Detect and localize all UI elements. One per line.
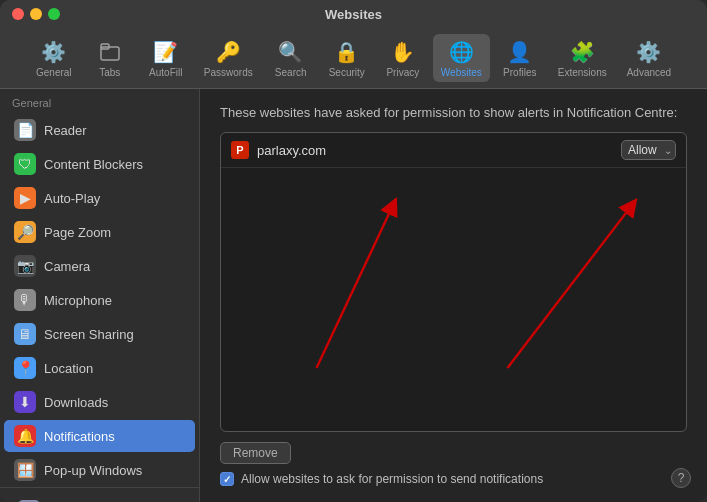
advanced-icon: ⚙️ [635,38,663,66]
sidebar-item-label-microphone: Microphone [44,293,112,308]
checkbox-row: Allow websites to ask for permission to … [220,472,687,486]
sidebar-item-microphone[interactable]: 🎙 Microphone [4,284,195,316]
toolbar-label-websites: Websites [441,67,482,78]
sidebar: General 📄 Reader 🛡 Content Blockers ▶ Au… [0,89,200,502]
autofill-icon: 📝 [152,38,180,66]
remove-button[interactable]: Remove [220,442,291,464]
window-controls [12,8,60,20]
sidebar-item-label-content-blockers: Content Blockers [44,157,143,172]
camera-icon: 📷 [14,255,36,277]
toolbar-item-autofill[interactable]: 📝 AutoFill [140,34,192,82]
sidebar-bottom: 📡 Share across devices [0,487,199,502]
sidebar-item-popup-windows[interactable]: 🪟 Pop-up Windows [4,454,195,486]
toolbar-item-passwords[interactable]: 🔑 Passwords [196,34,261,82]
toolbar-item-profiles[interactable]: 👤 Profiles [494,34,546,82]
sidebar-item-location[interactable]: 📍 Location [4,352,195,384]
svg-line-2 [507,206,631,368]
website-favicon: P [231,141,249,159]
content-description: These websites have asked for permission… [220,105,687,120]
reader-icon: 📄 [14,119,36,141]
passwords-icon: 🔑 [214,38,242,66]
toolbar: ⚙️ General Tabs 📝 AutoFill 🔑 Passwords 🔍… [0,28,707,89]
content-blockers-icon: 🛡 [14,153,36,175]
sidebar-item-label-notifications: Notifications [44,429,115,444]
sidebar-item-label-screen-sharing: Screen Sharing [44,327,134,342]
extensions-icon: 🧩 [568,38,596,66]
sidebar-item-notifications[interactable]: 🔔 Notifications [4,420,195,452]
website-name: parlaxy.com [257,143,613,158]
sidebar-item-label-downloads: Downloads [44,395,108,410]
toolbar-label-search: Search [275,67,307,78]
microphone-icon: 🎙 [14,289,36,311]
sidebar-item-content-blockers[interactable]: 🛡 Content Blockers [4,148,195,180]
toolbar-item-websites[interactable]: 🌐 Websites [433,34,490,82]
sidebar-item-label-camera: Camera [44,259,90,274]
toolbar-label-extensions: Extensions [558,67,607,78]
toolbar-label-passwords: Passwords [204,67,253,78]
annotation-arrows [221,133,686,431]
sidebar-item-downloads[interactable]: ⬇ Downloads [4,386,195,418]
websites-icon: 🌐 [447,38,475,66]
toolbar-label-autofill: AutoFill [149,67,182,78]
toolbar-label-profiles: Profiles [503,67,536,78]
help-button[interactable]: ? [671,468,691,488]
security-icon: 🔒 [333,38,361,66]
sidebar-item-camera[interactable]: 📷 Camera [4,250,195,282]
sidebar-item-label-auto-play: Auto-Play [44,191,100,206]
svg-line-3 [316,206,392,368]
toolbar-item-privacy[interactable]: ✋ Privacy [377,34,429,82]
toolbar-item-search[interactable]: 🔍 Search [265,34,317,82]
toolbar-label-general: General [36,67,72,78]
sidebar-item-label-location: Location [44,361,93,376]
table-row[interactable]: P parlaxy.com Allow Deny Ask [221,133,686,168]
permission-select-wrapper[interactable]: Allow Deny Ask [621,140,676,160]
close-button[interactable] [12,8,24,20]
sidebar-item-label-page-zoom: Page Zoom [44,225,111,240]
tabs-icon [96,38,124,66]
minimize-button[interactable] [30,8,42,20]
toolbar-item-tabs[interactable]: Tabs [84,34,136,82]
popup-windows-icon: 🪟 [14,459,36,481]
privacy-icon: ✋ [389,38,417,66]
toolbar-label-advanced: Advanced [627,67,671,78]
allow-notifications-label: Allow websites to ask for permission to … [241,472,543,486]
search-icon: 🔍 [277,38,305,66]
sidebar-item-auto-play[interactable]: ▶ Auto-Play [4,182,195,214]
sidebar-item-page-zoom[interactable]: 🔎 Page Zoom [4,216,195,248]
titlebar: Websites [0,0,707,28]
allow-notifications-checkbox[interactable] [220,472,234,486]
window-title: Websites [325,7,382,22]
toolbar-item-general[interactable]: ⚙️ General [28,34,80,82]
bottom-controls: Remove Allow websites to ask for permiss… [220,442,687,486]
content-area: These websites have asked for permission… [200,89,707,502]
profiles-icon: 👤 [506,38,534,66]
safari-preferences-window: Websites ⚙️ General Tabs 📝 AutoFill 🔑 Pa… [0,0,707,502]
sidebar-item-reader[interactable]: 📄 Reader [4,114,195,146]
sidebar-item-share-across-devices[interactable]: 📡 Share across devices [8,495,191,502]
toolbar-item-extensions[interactable]: 🧩 Extensions [550,34,615,82]
websites-list: P parlaxy.com Allow Deny Ask [220,132,687,432]
downloads-icon: ⬇ [14,391,36,413]
sidebar-item-screen-sharing[interactable]: 🖥 Screen Sharing [4,318,195,350]
auto-play-icon: ▶ [14,187,36,209]
maximize-button[interactable] [48,8,60,20]
screen-sharing-icon: 🖥 [14,323,36,345]
toolbar-label-privacy: Privacy [386,67,419,78]
location-icon: 📍 [14,357,36,379]
toolbar-label-security: Security [329,67,365,78]
page-zoom-icon: 🔎 [14,221,36,243]
website-permission[interactable]: Allow Deny Ask [621,140,676,160]
general-icon: ⚙️ [40,38,68,66]
toolbar-item-advanced[interactable]: ⚙️ Advanced [619,34,679,82]
sidebar-item-label-reader: Reader [44,123,87,138]
sidebar-section-general: General [0,89,199,113]
notifications-icon: 🔔 [14,425,36,447]
toolbar-item-security[interactable]: 🔒 Security [321,34,373,82]
main-area: General 📄 Reader 🛡 Content Blockers ▶ Au… [0,89,707,502]
sidebar-item-label-popup-windows: Pop-up Windows [44,463,142,478]
toolbar-label-tabs: Tabs [99,67,120,78]
permission-select[interactable]: Allow Deny Ask [621,140,676,160]
